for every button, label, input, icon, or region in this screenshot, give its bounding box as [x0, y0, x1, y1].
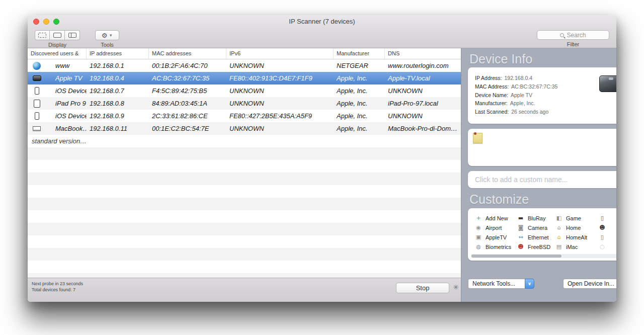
table-row[interactable]: iPad Pro 97192.168.0.884:89:AD:03:45:1AU…	[28, 97, 461, 110]
dns-cell: Apple-TV.local	[385, 74, 461, 82]
column-header-ip[interactable]: IP addresses	[87, 48, 149, 59]
ipv6-cell: UNKNOWN	[226, 62, 334, 69]
ipv6-cell: FE80::427:2B5E:435A:A5F9	[226, 112, 334, 120]
open-device-dropdown[interactable]: Open Device In... ∨	[563, 279, 616, 289]
game-icon: ◧	[555, 215, 562, 221]
customize-item-iphone-outline[interactable]: ▯	[599, 232, 616, 242]
add-new-icon: +	[475, 215, 482, 221]
gear-icon: ⚙	[102, 32, 108, 39]
globe-icon	[33, 62, 41, 70]
macbook-icon	[33, 126, 41, 131]
customize-item-ethernet[interactable]: ↔Ethernet	[517, 232, 555, 242]
manufacturer-cell: Apple, Inc.	[334, 112, 385, 120]
zoom-button[interactable]	[53, 19, 59, 25]
table-row[interactable]: iOS Device192.168.0.7F4:5C:89:42:75:B5UN…	[28, 85, 461, 97]
airport-icon: ◉	[475, 225, 482, 230]
dns-cell: UNKNOWN	[385, 112, 461, 120]
last-scanned-value: 26 seconds ago	[511, 109, 548, 115]
customize-item-add-new[interactable]: +Add New	[475, 213, 517, 223]
customize-item-freebsd[interactable]: ☻FreeBSD	[517, 242, 555, 252]
table-row[interactable]: www192.168.0.100:1B:2F:A6:4C:70UNKNOWNNE…	[28, 59, 461, 72]
customize-item-home[interactable]: ⌂Home	[555, 223, 599, 232]
search-group: Search Filter	[537, 30, 609, 47]
customize-item-appletv[interactable]: ▣AppleTV	[475, 232, 517, 242]
display-split-button[interactable]	[65, 30, 80, 40]
table-row[interactable]: Apple TV192.168.0.4AC:BC:32:67:7C:35FE80…	[28, 72, 461, 85]
customize-item-label: AppleTV	[486, 234, 507, 240]
device-name-cell: www	[28, 62, 87, 70]
table-header: Discovered users & IP addresses MAC addr…	[28, 48, 461, 59]
close-button[interactable]	[33, 19, 39, 25]
sticky-note-icon	[473, 133, 482, 143]
progress-spinner-icon: ✳	[453, 283, 459, 291]
customize-item-camera[interactable]: ◙Camera	[517, 223, 555, 232]
column-header-manufacturer[interactable]: Manufacturer	[334, 48, 385, 59]
device-info-panel: Device Info IP Address:192.168.0.4 MAC A…	[461, 48, 616, 302]
display-single-button[interactable]	[50, 30, 65, 40]
scrollbar-thumb[interactable]	[471, 255, 561, 258]
ipv6-cell: UNKNOWN	[226, 125, 334, 132]
customize-item-label: FreeBSD	[528, 244, 550, 250]
manufacturer-cell: Apple, Inc.	[334, 100, 385, 107]
customize-item-game[interactable]: ◧Game	[555, 213, 599, 223]
stop-button[interactable]: Stop	[396, 283, 449, 293]
dns-cell: UNKNOWN	[385, 87, 461, 95]
column-header-ipv6[interactable]: IPv6	[226, 48, 334, 59]
column-header-mac[interactable]: MAC addresses	[149, 48, 226, 59]
manufacturer-cell: Apple, Inc.	[334, 125, 385, 132]
table-row-empty	[28, 147, 461, 160]
device-name-label: Device Name:	[475, 92, 508, 98]
customize-item-label: Biometrics	[486, 244, 511, 250]
camera-icon: ◙	[517, 225, 524, 230]
customize-item-homealt[interactable]: ⌂HomeAlt	[555, 232, 599, 242]
customize-item-imac[interactable]: ▤iMac	[555, 242, 599, 252]
customize-item-airport[interactable]: ◉Airport	[475, 223, 517, 232]
tools-group: ⚙ ▼ Tools	[95, 30, 119, 48]
manufacturer-cell: Apple, Inc.	[334, 74, 385, 82]
display-group: Display	[35, 30, 80, 48]
mac-cell: 00:1B:2F:A6:4C:70	[149, 62, 226, 69]
customize-column: ▯☻▯○	[599, 213, 616, 261]
device-name-value: Apple TV	[511, 92, 532, 98]
table-row-empty	[28, 261, 461, 273]
table-row-empty	[28, 273, 461, 278]
appletv-icon	[33, 75, 41, 81]
customize-item-label: Game	[566, 215, 581, 221]
table-row[interactable]: iOS Device192.168.0.92C:33:61:82:86:CEFE…	[28, 110, 461, 122]
search-icon	[560, 33, 564, 37]
ipad-icon	[34, 100, 40, 108]
customize-item-person[interactable]: ☻	[599, 223, 616, 232]
window-title: IP Scanner (7 devices)	[28, 15, 616, 28]
table-row-empty	[28, 185, 461, 198]
dns-cell: www.routerlogin.com	[385, 62, 461, 69]
customize-item-bulb[interactable]: ○	[599, 242, 616, 252]
search-placeholder: Search	[567, 32, 586, 39]
search-input[interactable]: Search	[537, 30, 609, 40]
custom-name-input[interactable]: Click to add a custom name...	[468, 171, 616, 188]
column-header-dns[interactable]: DNS	[385, 48, 461, 59]
mac-cell: 00:1E:C2:BC:54:7E	[149, 125, 226, 132]
column-header-discovered[interactable]: Discovered users &	[28, 48, 87, 59]
manufacturer-cell: Apple, Inc.	[334, 87, 385, 95]
tools-label: Tools	[101, 42, 114, 48]
device-name-cell: MacBook…	[28, 125, 87, 132]
customize-item-ipad-outline[interactable]: ▯	[599, 213, 616, 223]
customize-item-biometrics[interactable]: ◍Biometrics	[475, 242, 517, 252]
mac-cell: 2C:33:61:82:86:CE	[149, 112, 226, 120]
customize-item-label: HomeAlt	[566, 234, 587, 240]
device-name-cell: iPad Pro 97	[28, 100, 87, 108]
display-broadcast-button[interactable]	[35, 30, 50, 40]
table-row[interactable]: MacBook…192.168.0.1100:1E:C2:BC:54:7EUNK…	[28, 122, 461, 135]
customize-item-bluray[interactable]: ▬BluRay	[517, 213, 555, 223]
network-tools-dropdown[interactable]: Network Tools... ∨	[468, 279, 534, 289]
notes-area[interactable]	[468, 129, 616, 166]
dashed-rect-icon	[38, 33, 46, 38]
ipv6-cell: UNKNOWN	[226, 100, 334, 107]
status-text: Next probe in 23 seconds Total devices f…	[32, 281, 83, 293]
minimize-button[interactable]	[43, 19, 49, 25]
open-device-label: Open Device In...	[563, 279, 616, 289]
customize-scrollbar[interactable]	[471, 254, 616, 258]
customize-item-label: Home	[566, 225, 581, 231]
tools-button[interactable]: ⚙ ▼	[95, 30, 119, 40]
mac-cell: 84:89:AD:03:45:1A	[149, 100, 226, 107]
